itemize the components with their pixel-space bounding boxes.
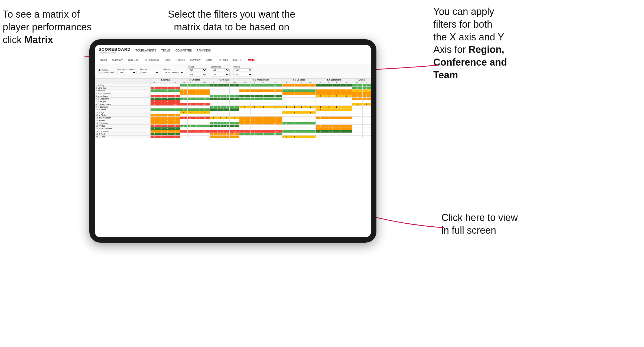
sub-l6: L [325, 81, 333, 84]
cell-13-20 [316, 119, 325, 122]
players-select2[interactable]: (All) [233, 73, 252, 76]
players-select[interactable]: (All) [233, 68, 252, 72]
cell-12-18 [298, 117, 305, 119]
gender-select[interactable]: Men's [140, 71, 159, 74]
cell-5-13: 1 [250, 98, 259, 100]
nav-tournaments[interactable]: TOURNAMENTS [135, 49, 156, 52]
cell-16-7 [200, 127, 210, 130]
tab-matrix[interactable]: Matrix [164, 58, 173, 62]
view-full[interactable]: Full View [99, 69, 114, 71]
cell-14-19 [305, 122, 316, 125]
cell-6-20 [316, 100, 325, 103]
player-name-3: 4. M Thorbjornsen [95, 92, 151, 95]
cell-0-0 [151, 84, 158, 87]
tab-matrix-active[interactable]: Matrix [247, 58, 256, 62]
cell-13-17 [291, 119, 298, 122]
matrix-table: 1. W Ding 2. L Clanton 3. J Koivun 4. M … [95, 78, 371, 138]
radio-compact-view[interactable] [99, 72, 100, 73]
cell-12-21: 3 [325, 117, 333, 119]
cell-10-23 [340, 111, 352, 114]
cell-15-20: 0 [316, 125, 325, 127]
tab-teams[interactable]: Teams [99, 58, 108, 62]
cell-11-8 [210, 114, 217, 117]
cell-15-5: 2 [188, 125, 194, 127]
nav-committee[interactable]: COMMITTEE [175, 49, 192, 52]
tab-h2h-h[interactable]: H2H H... [232, 58, 244, 62]
cell-9-0: 1 [151, 108, 158, 111]
cell-10-18: 0 [298, 111, 305, 114]
cell-17-21: 5 [325, 130, 333, 133]
cell-3-14 [259, 92, 268, 95]
cell-19-10: 0 [223, 136, 229, 138]
cell-5-9: 0 [217, 98, 223, 100]
cell-19-3: -11 [170, 136, 180, 138]
cell-3-4: 0 [180, 92, 188, 95]
cell-17-4: 2 [180, 130, 188, 133]
max-players-select[interactable]: Top 25 [118, 71, 136, 74]
cell-19-9: 1 [217, 136, 223, 138]
cell-8-11: 9 [229, 106, 239, 108]
tab-h2h-heatmap[interactable]: H2H Heatmap [143, 58, 160, 62]
conference-select2[interactable]: (All) [211, 73, 230, 76]
cell-0-12: 1 [239, 84, 251, 87]
cell-1-7 [200, 87, 210, 89]
cell-17-0: 1 [151, 130, 158, 133]
tab-players[interactable]: Players [175, 58, 186, 62]
tab-h2h-grid2[interactable]: H2H Grid [217, 58, 229, 62]
region-select[interactable]: N/A [188, 68, 207, 72]
division-select[interactable]: NCAA Division I [163, 71, 184, 74]
sub-d6: Dif [340, 81, 352, 84]
cell-4-3: -6 [170, 95, 180, 98]
cell-5-21 [325, 98, 333, 100]
cell-14-9: 1 [217, 122, 223, 125]
cell-7-9 [217, 103, 223, 106]
cell-13-23 [340, 119, 352, 122]
tab-summary2[interactable]: Summary [189, 58, 202, 62]
view-compact[interactable]: Compact View [99, 72, 114, 73]
cell-9-7: 0 [200, 108, 210, 111]
cell-8-4 [180, 106, 188, 108]
cell-8-14: 0 [259, 106, 268, 108]
sub-d4: Dif [268, 81, 282, 84]
tab-summary[interactable]: Summary [111, 58, 124, 62]
tab-detail[interactable]: Detail [205, 58, 213, 62]
cell-7-4: 2 [180, 103, 188, 106]
cell-19-2: 1 [164, 136, 170, 138]
nav-teams[interactable]: TEAMS [161, 49, 170, 52]
cell-4-21: 1 [325, 95, 333, 98]
cell-11-11 [229, 114, 239, 117]
nav-rankings[interactable]: RANKINGS [197, 49, 211, 52]
region-select2[interactable]: N/A [188, 73, 207, 76]
conference-select[interactable]: (All) [211, 68, 230, 72]
cell-16-9 [217, 127, 223, 130]
cell-0-16: 0 [282, 84, 291, 87]
cell-8-5 [188, 106, 194, 108]
matrix-container[interactable]: 1. W Ding 2. L Clanton 3. J Koivun 4. M … [95, 78, 371, 237]
cell-16-20: 0 [316, 127, 325, 130]
cell-10-15 [268, 111, 282, 114]
cell-15-23 [340, 125, 352, 127]
cell-8-13: 1 [250, 106, 259, 108]
cell-3-21: 1 [325, 92, 333, 95]
cell-1-12 [239, 87, 251, 89]
radio-full-view[interactable] [99, 69, 100, 71]
col-header-1: 1. W Ding [151, 79, 180, 81]
cell-3-9 [217, 92, 223, 95]
player-name-15: 16. K Vilips [95, 125, 151, 127]
player-name-9: 10. B Valdes [95, 108, 151, 111]
tab-h2h-grid[interactable]: H2H Grid [127, 58, 139, 62]
cell-11-7 [200, 114, 210, 117]
cell-15-18 [298, 125, 305, 127]
cell-11-4 [180, 114, 188, 117]
cell-1-0: 2 [151, 87, 158, 89]
cell-5-1: 0 [158, 98, 164, 100]
cell-14-15: -7 [268, 122, 282, 125]
cell-6-22 [333, 100, 340, 103]
cell-7-17 [291, 103, 298, 106]
sub-w3: W [210, 81, 217, 84]
cell-9-17 [291, 108, 298, 111]
cell-17-15: -10 [268, 130, 282, 133]
cell-9-15 [268, 108, 282, 111]
cell-3-15 [268, 92, 282, 95]
cell-7-18 [298, 103, 305, 106]
